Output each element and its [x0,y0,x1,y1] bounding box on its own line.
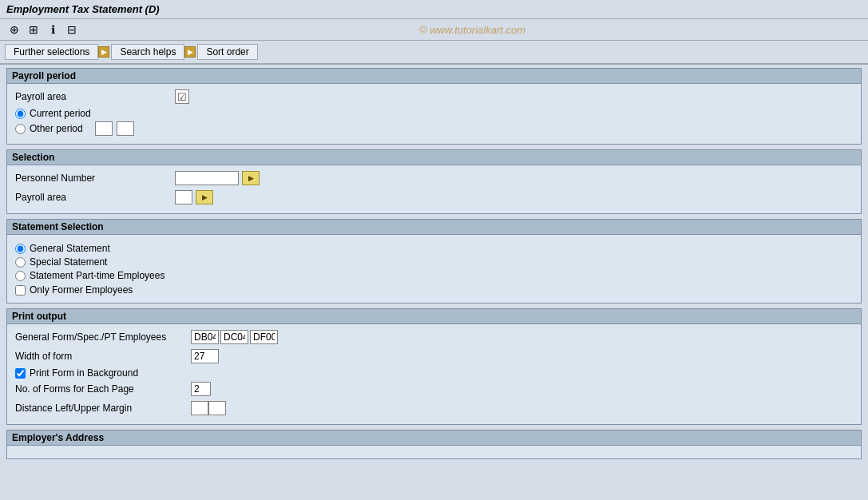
print-background-row[interactable]: Print Form in Background [15,367,853,379]
part-time-radio[interactable] [15,271,26,281]
no-forms-label: No. of Forms for Each Page [15,383,191,395]
print-output-body: General Form/Spec./PT Employees Width of… [7,324,861,424]
general-form-input-2[interactable] [220,330,248,344]
personnel-number-input[interactable] [175,171,239,185]
save-icon[interactable]: ⊞ [26,22,42,38]
print-background-label: Print Form in Background [30,367,138,379]
general-form-row: General Form/Spec./PT Employees [15,329,853,345]
current-period-label: Current period [30,108,91,119]
part-time-row[interactable]: Statement Part-time Employees [15,270,853,281]
nav-arrow-2: ▶ [184,46,196,58]
general-form-label: General Form/Spec./PT Employees [15,331,191,343]
personnel-number-select-btn[interactable]: ▶ [242,171,260,185]
further-selections-button[interactable]: Further selections [5,44,98,60]
no-forms-input[interactable] [191,382,211,396]
selection-header: Selection [7,150,861,165]
special-statement-label: Special Statement [30,256,107,268]
no-forms-row: No. of Forms for Each Page [15,381,853,397]
selection-section: Selection Personnel Number ▶ Payroll are… [6,149,862,214]
sort-order-label: Sort order [206,46,248,58]
selection-payroll-area-row: Payroll area ▶ [15,189,853,205]
statement-radio-group: General Statement Special Statement Stat… [15,243,853,281]
further-selections-label: Further selections [14,46,89,58]
general-form-input-1[interactable] [191,330,219,344]
print-output-header: Print output [7,309,861,324]
other-period-radio[interactable] [15,124,26,134]
selection-body: Personnel Number ▶ Payroll area ▶ [7,165,861,213]
distance-margin-input-1[interactable] [191,401,208,415]
payroll-period-header: Payroll period [7,69,861,84]
period-radio-group: Current period Other period [15,108,853,136]
print-output-section: Print output General Form/Spec./PT Emplo… [6,308,862,425]
title-bar: Employment Tax Statement (D) [0,0,868,19]
other-period-input-1[interactable] [95,121,113,136]
personnel-number-label: Personnel Number [15,173,175,184]
toolbar: ⊕ ⊞ ℹ ⊟ © www.tutorialkart.com [0,19,868,41]
distance-margin-row: Distance Left/Upper Margin [15,400,853,416]
selection-payroll-area-label: Payroll area [15,192,175,203]
former-employees-checkbox[interactable] [15,285,26,296]
payroll-area-select-btn[interactable]: ▶ [196,190,213,204]
search-helps-label: Search helps [120,46,176,58]
menu-icon[interactable]: ⊟ [64,22,80,38]
print-background-checkbox[interactable] [15,368,26,379]
current-period-radio[interactable] [15,109,26,119]
statement-selection-header: Statement Selection [7,220,861,235]
general-statement-row[interactable]: General Statement [15,243,853,254]
other-period-label: Other period [30,123,83,134]
general-statement-label: General Statement [30,243,110,254]
former-employees-label: Only Former Employees [30,284,133,296]
payroll-period-section: Payroll period Payroll area ☑ Current pe… [6,68,862,145]
distance-margin-input-2[interactable] [208,401,226,415]
search-helps-button[interactable]: Search helps [111,44,184,60]
back-icon[interactable]: ⊕ [6,22,22,38]
info-icon[interactable]: ℹ [45,22,61,38]
distance-margin-label: Distance Left/Upper Margin [15,403,191,414]
nav-bar: Further selections ▶ Search helps ▶ Sort… [0,41,868,65]
width-of-form-label: Width of form [15,351,191,362]
statement-selection-section: Statement Selection General Statement Sp… [6,219,862,304]
width-of-form-input[interactable] [191,349,219,363]
width-of-form-row: Width of form [15,348,853,364]
payroll-period-body: Payroll area ☑ Current period Other peri… [7,84,861,144]
part-time-label: Statement Part-time Employees [30,270,164,281]
other-period-row[interactable]: Other period [15,121,853,136]
payroll-area-label: Payroll area [15,91,175,102]
special-statement-radio[interactable] [15,257,26,268]
payroll-area-row: Payroll area ☑ [15,89,853,105]
other-period-input-2[interactable] [117,121,134,136]
payroll-select-arrow-icon: ▶ [202,193,208,201]
sort-order-button[interactable]: Sort order [197,44,257,60]
former-employees-row[interactable]: Only Former Employees [15,284,853,296]
content-area: Payroll period Payroll area ☑ Current pe… [0,65,868,500]
general-form-input-3[interactable] [250,330,278,344]
selection-payroll-area-input[interactable] [175,190,192,204]
nav-arrow-1: ▶ [98,46,109,58]
employers-address-header: Employer's Address [7,431,861,446]
page-title: Employment Tax Statement (D) [6,3,160,15]
employers-address-section: Employer's Address [6,430,862,459]
current-period-row[interactable]: Current period [15,108,853,119]
payroll-area-checkbox[interactable]: ☑ [175,89,189,104]
statement-selection-body: General Statement Special Statement Stat… [7,235,861,303]
general-statement-radio[interactable] [15,244,26,254]
watermark: © www.tutorialkart.com [83,24,862,36]
special-statement-row[interactable]: Special Statement [15,256,853,268]
employers-address-body [7,446,861,458]
personnel-select-arrow-icon: ▶ [248,174,254,182]
personnel-number-row: Personnel Number ▶ [15,170,853,186]
general-form-inputs [191,330,278,344]
